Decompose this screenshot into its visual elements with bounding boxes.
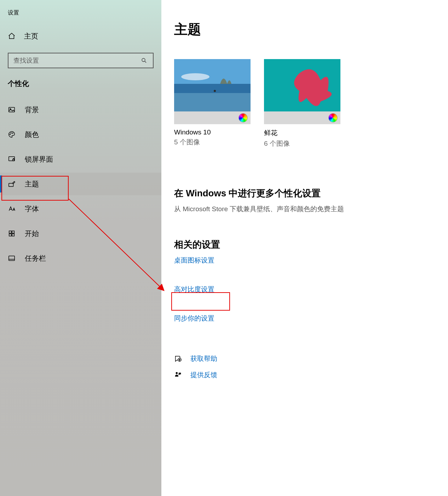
svg-point-3 xyxy=(10,134,11,135)
feedback-link[interactable]: 提供反馈 xyxy=(174,370,448,380)
sidebar-item-colors[interactable]: 颜色 xyxy=(0,123,161,146)
app-title: 设置 xyxy=(0,6,161,26)
sidebar-item-fonts[interactable]: 字体 xyxy=(0,197,161,220)
sidebar-item-themes[interactable]: 主题 xyxy=(0,173,161,195)
svg-point-17 xyxy=(214,90,216,92)
svg-rect-6 xyxy=(9,157,15,161)
svg-point-5 xyxy=(12,133,13,133)
feedback-icon xyxy=(174,371,182,379)
sidebar-item-label: 背景 xyxy=(25,105,39,115)
theme-card-windows10[interactable]: Windows 10 5 个图像 xyxy=(174,59,251,148)
start-icon xyxy=(8,230,16,237)
search-input[interactable] xyxy=(13,57,140,64)
svg-rect-16 xyxy=(174,93,251,111)
sidebar-item-background[interactable]: 背景 xyxy=(0,98,161,121)
link-sync-settings[interactable]: 同步你的设置 xyxy=(174,314,214,323)
theme-thumb-footer xyxy=(174,111,251,124)
sidebar-item-label: 任务栏 xyxy=(25,254,46,263)
related-settings-title: 相关的设置 xyxy=(174,238,448,251)
main-content: 主题 Windows 10 5 个图像 xyxy=(161,0,448,496)
image-icon xyxy=(8,106,16,114)
theme-thumb-footer xyxy=(264,111,340,124)
sidebar-item-taskbar[interactable]: 任务栏 xyxy=(0,247,161,270)
color-wheel-icon xyxy=(328,113,338,122)
svg-point-18 xyxy=(181,73,209,80)
link-high-contrast[interactable]: 高对比度设置 xyxy=(174,285,214,294)
svg-rect-1 xyxy=(9,108,15,112)
theme-icon xyxy=(8,180,16,188)
sidebar-item-label: 锁屏界面 xyxy=(25,155,53,164)
theme-name: 鲜花 xyxy=(264,128,340,138)
svg-rect-8 xyxy=(9,183,13,186)
svg-point-22 xyxy=(176,372,178,374)
taskbar-icon xyxy=(8,254,16,262)
svg-rect-10 xyxy=(12,231,14,233)
theme-count: 5 个图像 xyxy=(174,138,251,147)
help-icon: ? xyxy=(174,355,182,363)
sidebar: 设置 主页 个性化 背景 颜色 xyxy=(0,0,161,496)
palette-icon xyxy=(8,131,16,138)
home-label: 主页 xyxy=(24,31,38,41)
search-icon xyxy=(140,57,148,64)
sidebar-item-label: 开始 xyxy=(25,229,39,238)
svg-rect-11 xyxy=(9,234,11,236)
home-icon xyxy=(8,32,16,40)
page-title: 主题 xyxy=(174,21,448,39)
theme-row: Windows 10 5 个图像 鲜花 6 个图像 xyxy=(174,59,448,148)
svg-rect-13 xyxy=(9,256,15,261)
theme-count: 6 个图像 xyxy=(264,139,340,148)
svg-rect-12 xyxy=(12,234,14,236)
svg-rect-7 xyxy=(13,159,15,161)
svg-text:?: ? xyxy=(179,359,180,361)
get-help-label: 获取帮助 xyxy=(190,354,217,363)
sidebar-item-start[interactable]: 开始 xyxy=(0,222,161,245)
more-settings-title: 在 Windows 中进行更多个性化设置 xyxy=(174,187,448,200)
home-link[interactable]: 主页 xyxy=(0,26,161,46)
section-header: 个性化 xyxy=(0,79,161,88)
sidebar-item-lockscreen[interactable]: 锁屏界面 xyxy=(0,148,161,171)
theme-thumb xyxy=(174,59,251,124)
sidebar-item-label: 颜色 xyxy=(25,130,39,139)
theme-thumb xyxy=(264,59,340,124)
sidebar-item-label: 字体 xyxy=(25,204,39,214)
svg-rect-9 xyxy=(9,231,11,233)
color-wheel-icon xyxy=(239,113,248,122)
theme-card-flowers[interactable]: 鲜花 6 个图像 xyxy=(264,59,340,148)
link-desktop-icon-settings[interactable]: 桌面图标设置 xyxy=(174,256,214,265)
font-icon xyxy=(8,205,16,213)
lock-screen-icon xyxy=(8,155,16,163)
svg-point-0 xyxy=(142,58,145,62)
more-settings-desc: 从 Microsoft Store 下载兼具壁纸、声音和颜色的免费主题 xyxy=(174,204,448,214)
theme-name: Windows 10 xyxy=(174,128,251,136)
sidebar-item-label: 主题 xyxy=(25,179,39,189)
svg-point-4 xyxy=(11,133,11,133)
search-box[interactable] xyxy=(8,53,154,68)
feedback-label: 提供反馈 xyxy=(190,370,217,380)
get-help-link[interactable]: ? 获取帮助 xyxy=(174,354,448,363)
